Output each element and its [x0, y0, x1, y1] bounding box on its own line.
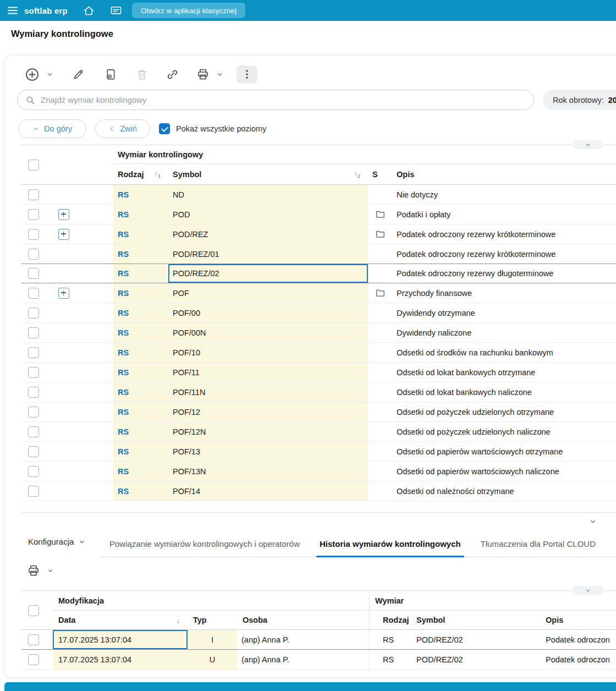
- cell-rodzaj[interactable]: RS: [113, 363, 168, 382]
- column-header-data[interactable]: Data ↓: [53, 611, 188, 629]
- print-icon[interactable]: [196, 68, 210, 81]
- select-all-checkbox[interactable]: [28, 160, 39, 171]
- column-header-rodzaj[interactable]: Rodzaj ↑1: [113, 164, 168, 184]
- table-row[interactable]: RSPOD/REZPodatek odroczony rezerwy krótk…: [21, 224, 616, 244]
- table-row[interactable]: RSPOF/13NOdsetki od papierów wartościowy…: [21, 462, 616, 481]
- table-row[interactable]: RSPOF/14Odsetki od należności otrzymane: [21, 481, 616, 501]
- cell-symbol[interactable]: POD/REZ: [168, 224, 368, 244]
- row-checkbox[interactable]: [28, 446, 39, 457]
- table-row[interactable]: RSPOF/13Odsetki od papierów wartościowyc…: [21, 442, 616, 462]
- cell-rodzaj[interactable]: RS: [113, 481, 168, 501]
- cell-rodzaj[interactable]: RS: [113, 382, 168, 402]
- column-header-typ[interactable]: Typ: [188, 611, 237, 629]
- cell-symbol[interactable]: POF/11: [168, 363, 368, 382]
- cell-typ[interactable]: I: [188, 630, 237, 649]
- row-checkbox[interactable]: [28, 486, 39, 497]
- cell-symbol-focused[interactable]: POD/REZ/02: [168, 264, 368, 283]
- row-checkbox[interactable]: [28, 654, 39, 665]
- add-dropdown-chevron-icon[interactable]: [46, 71, 53, 78]
- cell-symbol[interactable]: POF/11N: [168, 382, 368, 402]
- cell-opis[interactable]: Podatek odroczony rezerwy krótkoterminow…: [392, 224, 616, 244]
- cell-data-focused[interactable]: 17.07.2025 13:07:04: [53, 630, 188, 649]
- cell-symbol[interactable]: POF/00: [168, 303, 368, 322]
- cell-symbol[interactable]: POF/14: [168, 481, 368, 501]
- cell-opis[interactable]: Podatek odroczon: [542, 630, 616, 649]
- cell-rodzaj[interactable]: RS: [113, 224, 168, 244]
- row-checkbox[interactable]: [28, 209, 39, 220]
- cell-symbol[interactable]: POF/13N: [168, 462, 368, 481]
- link-icon[interactable]: [166, 68, 179, 81]
- expand-icon[interactable]: [58, 209, 69, 220]
- cell-opis[interactable]: Odsetki od należności otrzymane: [392, 481, 616, 501]
- grid-collapse-handle[interactable]: [573, 140, 603, 149]
- cell-rodzaj[interactable]: RS: [113, 283, 168, 303]
- cell-rodzaj[interactable]: RS: [113, 422, 168, 441]
- cell-symbol[interactable]: POD: [168, 205, 368, 224]
- panel-splitter[interactable]: [21, 512, 616, 513]
- cell-opis[interactable]: Dywidendy otrzymane: [392, 303, 616, 322]
- column-header-opis[interactable]: Opis: [392, 164, 616, 184]
- cell-rodzaj[interactable]: RS: [369, 650, 413, 670]
- cell-rodzaj[interactable]: RS: [113, 402, 168, 421]
- row-checkbox[interactable]: [28, 407, 39, 418]
- column-header-osoba[interactable]: Osoba: [237, 611, 369, 629]
- cell-rodzaj[interactable]: RS: [113, 185, 168, 204]
- row-checkbox[interactable]: [28, 229, 39, 240]
- cell-opis[interactable]: Odsetki od lokat bankowych otrzymane: [392, 363, 616, 382]
- table-row[interactable]: RSPOF/12Odsetki od pożyczek udzielonych …: [21, 402, 616, 422]
- table-row[interactable]: RSPOFPrzychody finansowe: [21, 283, 616, 303]
- go-up-button[interactable]: Do góry: [18, 119, 86, 138]
- home-icon[interactable]: [83, 6, 95, 16]
- more-actions-button[interactable]: [237, 65, 257, 84]
- print-dropdown-chevron-icon[interactable]: [216, 71, 223, 78]
- row-checkbox[interactable]: [28, 189, 39, 200]
- configuration-dropdown[interactable]: Konfiguracja: [28, 537, 85, 546]
- collapse-tree-button[interactable]: Zwiń: [95, 119, 150, 138]
- cell-opis[interactable]: Dywidendy naliczone: [392, 323, 616, 342]
- table-row[interactable]: RSPOF/11Odsetki od lokat bankowych otrzy…: [21, 363, 616, 382]
- select-all-checkbox[interactable]: [28, 605, 39, 616]
- cell-opis[interactable]: Podatek odroczony rezerwy krótkoterminow…: [392, 244, 616, 264]
- table-row[interactable]: RSPOF/00Dywidendy otrzymane: [21, 303, 616, 323]
- cell-rodzaj[interactable]: RS: [113, 303, 168, 322]
- show-all-levels-checkbox[interactable]: [159, 123, 170, 134]
- cell-data[interactable]: 17.07.2025 13:07:04: [53, 650, 188, 670]
- cell-symbol[interactable]: POF/12N: [168, 422, 368, 441]
- panel-collapse-chevron-icon[interactable]: [589, 518, 597, 525]
- table-row[interactable]: RSPOF/12NOdsetki od pożyczek udzielonych…: [21, 422, 616, 442]
- column-header-s[interactable]: S: [368, 164, 392, 184]
- cell-rodzaj[interactable]: RS: [113, 343, 168, 362]
- cell-rodzaj[interactable]: RS: [113, 264, 168, 283]
- row-checkbox[interactable]: [28, 387, 39, 398]
- row-checkbox[interactable]: [28, 466, 39, 477]
- table-row[interactable]: RSPOF/11NOdsetki od lokat bankowych nali…: [21, 382, 616, 402]
- table-row[interactable]: RSNDNie dotyczy: [21, 185, 616, 205]
- cell-rodzaj[interactable]: RS: [369, 630, 413, 649]
- cell-rodzaj[interactable]: RS: [113, 462, 168, 481]
- document-details-icon[interactable]: [105, 68, 117, 81]
- history-row-current[interactable]: 17.07.2025 13:07:04 I (anp) Anna P. RS P…: [21, 629, 616, 650]
- table-row[interactable]: RSPOD/REZ/01Podatek odroczony rezerwy kr…: [21, 244, 616, 264]
- cell-opis[interactable]: Odsetki od papierów wartościowych otrzym…: [392, 442, 616, 461]
- print-dropdown-chevron-icon[interactable]: [47, 567, 54, 574]
- cell-symbol[interactable]: POF/13: [168, 442, 368, 461]
- row-checkbox[interactable]: [28, 308, 39, 319]
- print-icon[interactable]: [27, 564, 40, 577]
- history-row[interactable]: 17.07.2025 13:07:04 U (anp) Anna P. RS P…: [21, 650, 616, 670]
- cell-rodzaj[interactable]: RS: [113, 323, 168, 342]
- cell-symbol[interactable]: POF/10: [168, 343, 368, 362]
- cell-opis[interactable]: Odsetki od papierów wartościowych nalicz…: [392, 462, 616, 481]
- column-header-rodzaj[interactable]: Rodzaj: [369, 611, 413, 629]
- row-checkbox[interactable]: [28, 367, 39, 378]
- cell-symbol[interactable]: POF: [168, 283, 368, 303]
- row-checkbox[interactable]: [28, 426, 39, 437]
- history-grid-collapse-handle[interactable]: [573, 586, 603, 595]
- hamburger-menu-icon[interactable]: [7, 6, 18, 15]
- fiscal-year-selector[interactable]: Rok obrotowy: 20: [543, 90, 616, 110]
- row-checkbox[interactable]: [28, 249, 39, 260]
- cell-opis[interactable]: Przychody finansowe: [392, 283, 616, 303]
- column-header-symbol[interactable]: Symbol ↑2: [168, 164, 368, 184]
- cell-symbol[interactable]: POF/00N: [168, 323, 368, 342]
- table-row-selected[interactable]: RSPOD/REZ/02Podatek odroczony rezerwy dł…: [21, 264, 616, 283]
- cell-symbol[interactable]: ND: [168, 185, 368, 204]
